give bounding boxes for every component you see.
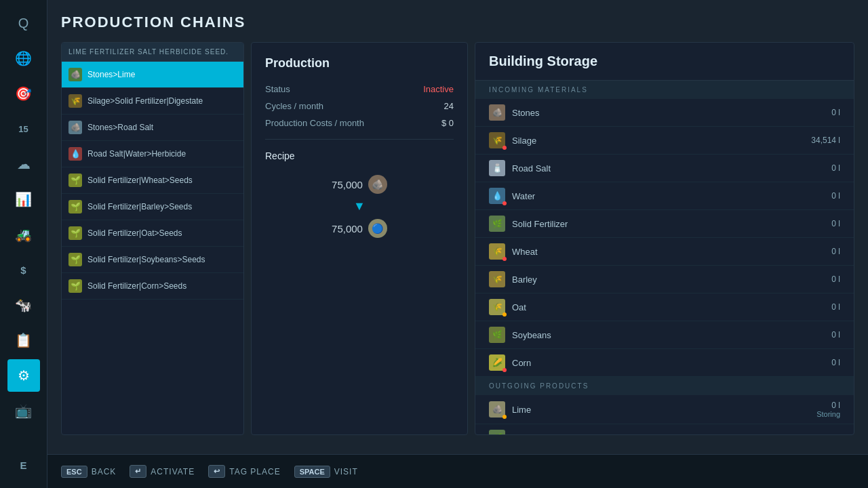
storage-item-corn: 🌽 Corn 0 l — [475, 349, 854, 377]
chain-icon-herbicide: 💧 — [68, 147, 82, 161]
chain-label-seed-wheat: Solid Fertilizer|Wheat>Seeds — [87, 176, 193, 185]
chain-item-silage-fertilizer[interactable]: 🌾 Silage>Solid Fertilizer|Digestate — [62, 88, 243, 115]
sidebar-icon-e[interactable]: E — [7, 449, 40, 481]
storage-item-oat: 🌾 Oat 0 l — [475, 293, 854, 321]
storage-item-solid-fertilizer-out: 🌿 Solid Fertilizer 0 l — [475, 424, 854, 434]
chain-item-seed-wheat[interactable]: 🌱 Solid Fertilizer|Wheat>Seeds — [62, 167, 243, 194]
storage-name-solid-fertilizer-out: Solid Fertilizer — [512, 433, 831, 435]
storage-item-road-salt: 🧂 Road Salt 0 l — [475, 155, 854, 182]
recipe-item-stones: 75,000 🪨 — [332, 175, 387, 194]
chain-item-stones-lime[interactable]: 🪨 Stones>Lime — [62, 62, 243, 88]
dot-silage — [502, 146, 507, 150]
sidebar-icon-q[interactable]: Q — [7, 7, 40, 39]
chain-item-seed-corn[interactable]: 🌱 Solid Fertilizer|Corn>Seeds — [62, 273, 243, 300]
chain-list-header: LIME FERTILIZER SALT HERBICIDE SEED. — [62, 43, 243, 62]
main-content: PRODUCTION CHAINS LIME FERTILIZER SALT H… — [47, 0, 868, 474]
sidebar-icon-contracts[interactable]: 📋 — [7, 324, 40, 357]
production-panel: Production Status Inactive Cycles / mont… — [251, 42, 468, 435]
storage-name-barley: Barley — [512, 274, 831, 285]
chain-icon-seed-barley: 🌱 — [68, 200, 82, 214]
recipe-item-lime: 75,000 🔵 — [332, 219, 387, 238]
dot-wheat — [502, 257, 507, 261]
chain-icon-seed-oat: 🌱 — [68, 226, 82, 240]
dot-lime — [502, 415, 507, 419]
sidebar-icon-globe[interactable]: 🌐 — [7, 42, 40, 75]
storage-amount-barley: 0 l — [831, 274, 840, 284]
cycles-label: Cycles / month — [265, 101, 323, 111]
cycles-row: Cycles / month 24 — [265, 101, 454, 111]
recipe-amount-stones: 75,000 — [332, 179, 363, 190]
storage-name-silage: Silage — [512, 136, 811, 146]
sidebar-icon-production[interactable]: ⚙ — [7, 359, 40, 392]
key-badge-visit: SPACE — [294, 466, 330, 478]
key-btn-visit[interactable]: SPACE VISIT — [294, 466, 358, 478]
key-label-back: BACK — [92, 467, 117, 476]
chain-icon-seed-soy: 🌱 — [68, 253, 82, 266]
storage-item-wheat: 🌾 Wheat 0 l — [475, 238, 854, 266]
chain-icon-lime: 🪨 — [68, 68, 82, 81]
sidebar-icon-stats[interactable]: 📊 — [7, 183, 40, 216]
chain-item-road-herbicide[interactable]: 💧 Road Salt|Water>Herbicide — [62, 141, 243, 167]
storage-icon-solid-fertilizer: 🌿 — [489, 216, 505, 232]
chain-label-seed-corn: Solid Fertilizer|Corn>Seeds — [87, 281, 186, 291]
sidebar-icon-calendar[interactable]: 15 — [7, 113, 40, 145]
sidebar-icon-money[interactable]: $ — [7, 253, 40, 286]
key-btn-activate[interactable]: ↵ ACTIVATE — [130, 465, 195, 478]
storage-item-stones: 🪨 Stones 0 l — [475, 99, 854, 127]
key-label-tag-place: TAG PLACE — [229, 467, 280, 476]
key-label-activate: ACTIVATE — [151, 467, 195, 476]
chain-icon-seed-wheat: 🌱 — [68, 174, 82, 187]
chain-list: 🪨 Stones>Lime 🌾 Silage>Solid Fertilizer|… — [62, 62, 243, 434]
storage-amount-soybeans: 0 l — [831, 330, 840, 340]
recipe-icon-lime: 🔵 — [368, 219, 387, 238]
dot-corn — [502, 368, 507, 372]
chain-item-seed-oat[interactable]: 🌱 Solid Fertilizer|Oat>Seeds — [62, 220, 243, 247]
storage-amount-silage: 34,514 l — [811, 136, 840, 145]
storage-amount-stones: 0 l — [831, 108, 840, 117]
storage-icon-road-salt: 🧂 — [489, 160, 505, 176]
chain-item-stones-salt[interactable]: 🪨 Stones>Road Salt — [62, 115, 243, 141]
storage-name-water: Water — [512, 191, 831, 201]
storage-name-soybeans: Soybeans — [512, 330, 831, 340]
storage-name-road-salt: Road Salt — [512, 163, 831, 174]
building-storage-title: Building Storage — [489, 54, 840, 69]
chain-label-stones-lime: Stones>Lime — [87, 70, 135, 79]
storage-amount-solid-fertilizer: 0 l — [831, 219, 840, 228]
storage-name-oat: Oat — [512, 302, 831, 312]
storage-name-wheat: Wheat — [512, 247, 831, 257]
storage-amount-road-salt: 0 l — [831, 163, 840, 173]
chain-label-seed-barley: Solid Fertilizer|Barley>Seeds — [87, 202, 192, 211]
storage-name-stones: Stones — [512, 108, 831, 118]
key-btn-esc[interactable]: ESC BACK — [61, 466, 116, 478]
cycles-value: 24 — [444, 101, 454, 111]
chain-label-seed-soy: Solid Fertilizer|Soybeans>Seeds — [87, 255, 205, 264]
chain-label-stones-salt: Stones>Road Salt — [87, 123, 153, 132]
sidebar-icon-animal[interactable]: 🐄 — [7, 289, 40, 321]
storage-amount-corn: 0 l — [831, 358, 840, 367]
storage-icon-corn: 🌽 — [489, 354, 505, 371]
chain-item-seed-barley[interactable]: 🌱 Solid Fertilizer|Barley>Seeds — [62, 194, 243, 220]
costs-row: Production Costs / month $ 0 — [265, 118, 454, 128]
storage-icon-barley: 🌾 — [489, 271, 505, 287]
chain-label-seed-oat: Solid Fertilizer|Oat>Seeds — [87, 228, 182, 238]
sidebar-icon-weather[interactable]: ☁ — [7, 148, 40, 180]
chain-list-panel: LIME FERTILIZER SALT HERBICIDE SEED. 🪨 S… — [61, 42, 244, 435]
sidebar-icon-steering[interactable]: 🎯 — [7, 77, 40, 110]
storage-name-solid-fertilizer: Solid Fertilizer — [512, 219, 831, 229]
sidebar-icon-tractor[interactable]: 🚜 — [7, 218, 40, 251]
key-badge-tag-place: ↩ — [208, 465, 225, 478]
storage-item-soybeans: 🌿 Soybeans 0 l — [475, 321, 854, 349]
storage-amount-lime-out: 0 l — [816, 401, 840, 410]
page-title: PRODUCTION CHAINS — [61, 14, 854, 31]
status-value: Inactive — [423, 84, 454, 94]
building-storage-panel: Building Storage INCOMING MATERIALS 🪨 St… — [475, 42, 854, 435]
status-row: Status Inactive — [265, 84, 454, 94]
storage-icon-wheat: 🌾 — [489, 243, 505, 260]
costs-value: $ 0 — [441, 118, 454, 128]
storage-amount-solid-fertilizer-out: 0 l — [831, 433, 840, 434]
chain-item-seed-soy[interactable]: 🌱 Solid Fertilizer|Soybeans>Seeds — [62, 247, 243, 273]
sidebar-icon-tutorial[interactable]: 📺 — [7, 394, 40, 427]
key-btn-tag-place[interactable]: ↩ TAG PLACE — [208, 465, 280, 478]
key-label-visit: VISIT — [334, 467, 358, 476]
storage-list: INCOMING MATERIALS 🪨 Stones 0 l 🌾 Silage… — [475, 81, 854, 434]
